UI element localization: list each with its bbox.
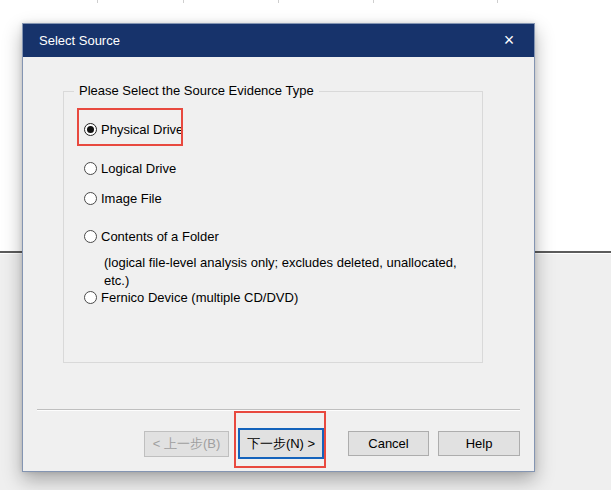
- radio-button-icon[interactable]: [84, 230, 97, 243]
- background-column-tick: [373, 0, 374, 3]
- background-column-tick: [278, 0, 279, 3]
- radio-label[interactable]: Fernico Device (multiple CD/DVD): [101, 290, 298, 305]
- radio-button-icon[interactable]: [84, 291, 97, 304]
- radio-option-fernico-device[interactable]: Fernico Device (multiple CD/DVD): [84, 288, 298, 306]
- next-button[interactable]: 下一步(N) >: [238, 428, 324, 459]
- button-area-separator: [37, 409, 520, 411]
- radio-button-icon[interactable]: [84, 123, 97, 136]
- radio-label[interactable]: Image File: [101, 191, 162, 206]
- select-source-dialog: Select Source × Please Select the Source…: [22, 23, 535, 472]
- close-icon[interactable]: ×: [492, 24, 526, 57]
- background-column-tick: [183, 0, 184, 3]
- back-button[interactable]: < 上一步(B): [144, 431, 229, 457]
- radio-button-icon[interactable]: [84, 192, 97, 205]
- help-button[interactable]: Help: [438, 431, 520, 456]
- radio-option-logical-drive[interactable]: Logical Drive: [84, 159, 176, 177]
- radio-option-image-file[interactable]: Image File: [84, 189, 162, 207]
- radio-label[interactable]: Contents of a Folder: [101, 229, 219, 244]
- dialog-titlebar[interactable]: Select Source ×: [23, 24, 534, 57]
- radio-label[interactable]: Logical Drive: [101, 161, 176, 176]
- radio-button-icon[interactable]: [84, 162, 97, 175]
- background-column-tick: [97, 0, 98, 3]
- radio-option-contents-of-folder[interactable]: Contents of a Folder: [84, 227, 219, 245]
- groupbox-label: Please Select the Source Evidence Type: [74, 83, 319, 98]
- radio-label[interactable]: Physical Drive: [101, 122, 183, 137]
- cancel-button[interactable]: Cancel: [348, 431, 429, 456]
- dialog-title: Select Source: [39, 33, 120, 48]
- screen: Select Source × Please Select the Source…: [0, 0, 611, 490]
- radio-option-physical-drive[interactable]: Physical Drive: [84, 120, 183, 138]
- background-column-tick: [497, 0, 498, 3]
- folder-option-note: (logical file-level analysis only; exclu…: [104, 254, 457, 290]
- folder-note-line1: (logical file-level analysis only; exclu…: [104, 254, 457, 272]
